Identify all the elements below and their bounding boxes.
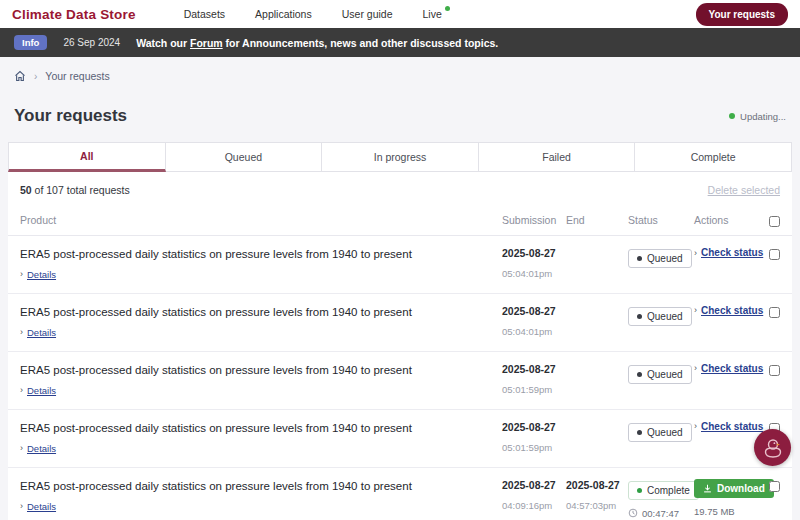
site-logo[interactable]: Climate Data Store [12,7,136,22]
product-title: ERA5 post-processed daily statistics on … [20,363,502,378]
status-dot-icon [637,488,642,493]
submission-date: 2025-08-27 [502,421,566,433]
nav-applications[interactable]: Applications [255,8,312,20]
status-badge: Complete [628,481,699,500]
col-product: Product [20,214,502,226]
requests-count: 50 of 107 total requests [20,184,130,196]
status-dot-icon [637,430,642,435]
table-row: ERA5 post-processed daily statistics on … [8,294,792,352]
submission-date: 2025-08-27 [502,479,566,491]
status-badge: Queued [628,365,692,384]
submission-date: 2025-08-27 [502,305,566,317]
download-icon [703,484,712,493]
check-status-link[interactable]: Check status [701,247,763,258]
details-link[interactable]: Details [27,501,56,512]
col-actions: Actions [694,214,760,226]
table-row: ERA5 post-processed daily statistics on … [8,236,792,294]
chevron-right-icon: › [20,327,23,337]
delete-selected-link[interactable]: Delete selected [708,184,780,196]
check-status-link[interactable]: Check status [701,363,763,374]
details-link[interactable]: Details [27,443,56,454]
submission-date: 2025-08-27 [502,247,566,259]
chevron-right-icon: › [20,501,23,511]
banner-date: 26 Sep 2024 [63,37,120,48]
clock-icon [628,508,638,518]
info-badge: Info [14,35,47,50]
updating-status-dot [729,113,735,119]
breadcrumb: › Your requests [0,57,800,86]
table-row: ERA5 post-processed daily statistics on … [8,468,792,520]
tab-all[interactable]: All [8,142,166,172]
chevron-right-icon: › [20,443,23,453]
details-link[interactable]: Details [27,327,56,338]
main-nav: Datasets Applications User guide Live [184,8,450,20]
product-title: ERA5 post-processed daily statistics on … [20,305,502,320]
end-date: 2025-08-27 [566,479,628,491]
chevron-right-icon: › [694,363,697,373]
your-requests-button[interactable]: Your requests [696,3,789,26]
status-dot-icon [637,256,642,261]
details-link[interactable]: Details [27,269,56,280]
banner-message: Watch our Forum for Announcements, news … [136,37,498,49]
col-submission: Submission [502,214,566,226]
breadcrumb-separator-icon: › [34,71,37,82]
tab-in-progress[interactable]: In progress [322,142,479,172]
tab-failed[interactable]: Failed [479,142,636,172]
check-status-link[interactable]: Check status [701,421,763,432]
file-size: 19.75 MB [694,506,760,517]
status-badge: Queued [628,249,692,268]
status-tabs: All Queued In progress Failed Complete [8,142,792,172]
row-checkbox[interactable] [769,249,780,260]
home-icon[interactable] [14,70,26,82]
submission-time: 05:01:59pm [502,384,566,395]
product-title: ERA5 post-processed daily statistics on … [20,421,502,436]
status-dot-icon [637,372,642,377]
forum-link[interactable]: Forum [190,37,223,49]
info-banner: Info 26 Sep 2024 Watch our Forum for Ann… [0,28,800,57]
product-title: ERA5 post-processed daily statistics on … [20,479,502,494]
submission-date: 2025-08-27 [502,363,566,375]
table-row: ERA5 post-processed daily statistics on … [8,410,792,468]
tab-queued[interactable]: Queued [166,142,323,172]
row-checkbox[interactable] [769,481,780,492]
chevron-right-icon: › [694,421,697,431]
status-badge: Queued [628,307,692,326]
status-badge: Queued [628,423,692,442]
select-all-checkbox[interactable] [769,216,780,227]
chevron-right-icon: › [694,305,697,315]
page-title: Your requests [14,106,127,126]
col-end: End [566,214,628,226]
submission-time: 05:01:59pm [502,442,566,453]
table-row: ERA5 post-processed daily statistics on … [8,352,792,410]
submission-time: 05:04:01pm [502,326,566,337]
chevron-right-icon: › [20,385,23,395]
chevron-right-icon: › [20,269,23,279]
nav-live[interactable]: Live [422,8,449,20]
nav-datasets[interactable]: Datasets [184,8,225,20]
row-checkbox[interactable] [769,307,780,318]
duck-icon [760,435,786,461]
submission-time: 05:04:01pm [502,268,566,279]
product-title: ERA5 post-processed daily statistics on … [20,247,502,262]
status-dot-icon [637,314,642,319]
col-status: Status [628,214,694,226]
row-checkbox[interactable] [769,365,780,376]
table-header: Product Submission End Status Actions [8,206,792,236]
chevron-right-icon: › [694,248,697,258]
end-time: 04:57:03pm [566,500,628,511]
details-link[interactable]: Details [27,385,56,396]
duration: 00:47:47 [628,508,694,519]
requests-card: 50 of 107 total requests Delete selected… [8,172,792,520]
updating-status: Updating... [729,111,786,122]
support-duck-widget[interactable] [754,429,791,466]
breadcrumb-current: Your requests [45,70,109,82]
check-status-link[interactable]: Check status [701,305,763,316]
top-navbar: Climate Data Store Datasets Applications… [0,0,800,28]
tab-complete[interactable]: Complete [635,142,792,172]
submission-time: 04:09:16pm [502,500,566,511]
nav-user-guide[interactable]: User guide [342,8,393,20]
live-status-dot [445,6,450,11]
